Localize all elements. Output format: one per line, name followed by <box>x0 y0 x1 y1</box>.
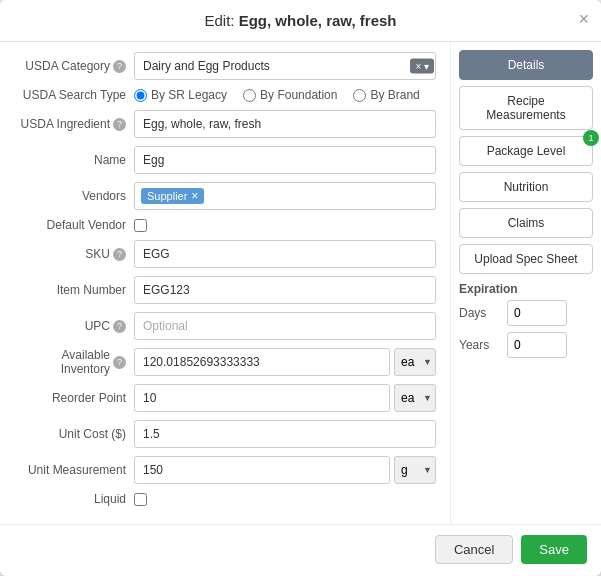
expiration-days-row: Days <box>459 300 593 326</box>
upload-spec-sheet-button[interactable]: Upload Spec Sheet <box>459 244 593 274</box>
claims-btn-wrap: Claims <box>459 208 593 238</box>
default-vendor-label: Default Vendor <box>14 218 134 232</box>
save-button[interactable]: Save <box>521 535 587 564</box>
recipe-measurements-button[interactable]: Recipe Measurements <box>459 86 593 130</box>
reorder-point-input[interactable] <box>134 384 390 412</box>
usda-ingredient-row: USDA Ingredient ? <box>14 110 436 138</box>
default-vendor-row: Default Vendor <box>14 218 436 232</box>
modal-footer: Cancel Save <box>0 524 601 574</box>
reorder-point-group: eagkglbozmlL <box>134 384 436 412</box>
modal-body: USDA Category ? Dairy and Egg Products ×… <box>0 42 601 524</box>
package-level-button[interactable]: Package Level <box>459 136 593 166</box>
available-inventory-unit-select[interactable]: eagkglbozmlL <box>394 348 436 376</box>
radio-by-sr-legacy[interactable]: By SR Legacy <box>134 88 227 102</box>
reorder-point-unit-wrap: eagkglbozmlL <box>394 384 436 412</box>
upc-input[interactable] <box>134 312 436 340</box>
usda-search-type-label: USDA Search Type <box>14 88 134 102</box>
modal-header: Edit: Egg, whole, raw, fresh × <box>0 0 601 42</box>
vendor-tag-remove[interactable]: × <box>191 190 198 202</box>
name-row: Name <box>14 146 436 174</box>
expiration-days-label: Days <box>459 306 499 320</box>
unit-measurement-input[interactable] <box>134 456 390 484</box>
sku-label: SKU ? <box>14 247 134 261</box>
unit-measurement-unit-select[interactable]: gkglbozmlLea <box>394 456 436 484</box>
available-inventory-row: Available Inventory ? eagkglbozmlL <box>14 348 436 376</box>
name-label: Name <box>14 153 134 167</box>
upload-spec-sheet-btn-wrap: Upload Spec Sheet <box>459 244 593 274</box>
package-level-badge: 1 <box>583 130 599 146</box>
unit-measurement-row: Unit Measurement gkglbozmlLea <box>14 456 436 484</box>
package-level-btn-wrap: Package Level 1 <box>459 136 593 166</box>
reorder-point-unit-select[interactable]: eagkglbozmlL <box>394 384 436 412</box>
reorder-point-row: Reorder Point eagkglbozmlL <box>14 384 436 412</box>
edit-modal: Edit: Egg, whole, raw, fresh × USDA Cate… <box>0 0 601 576</box>
sku-row: SKU ? <box>14 240 436 268</box>
item-number-input[interactable] <box>134 276 436 304</box>
nutrition-button[interactable]: Nutrition <box>459 172 593 202</box>
item-number-label: Item Number <box>14 283 134 297</box>
unit-cost-label: Unit Cost ($) <box>14 427 134 441</box>
unit-measurement-unit-wrap: gkglbozmlLea <box>394 456 436 484</box>
liquid-checkbox-field <box>134 493 436 506</box>
radio-by-foundation[interactable]: By Foundation <box>243 88 337 102</box>
unit-cost-row: Unit Cost ($) <box>14 420 436 448</box>
usda-category-help-icon[interactable]: ? <box>113 60 126 73</box>
nutrition-btn-wrap: Nutrition <box>459 172 593 202</box>
close-button[interactable]: × <box>578 10 589 28</box>
expiration-years-input[interactable] <box>507 332 567 358</box>
name-input[interactable] <box>134 146 436 174</box>
unit-measurement-label: Unit Measurement <box>14 463 134 477</box>
available-inventory-label: Available Inventory ? <box>14 348 134 376</box>
available-inventory-unit-wrap: eagkglbozmlL <box>394 348 436 376</box>
upc-row: UPC ? <box>14 312 436 340</box>
expiration-section-label: Expiration <box>459 282 593 296</box>
expiration-days-input[interactable] <box>507 300 567 326</box>
unit-measurement-group: gkglbozmlLea <box>134 456 436 484</box>
claims-button[interactable]: Claims <box>459 208 593 238</box>
vendors-tag-container[interactable]: Supplier × <box>134 182 436 210</box>
liquid-checkbox[interactable] <box>134 493 147 506</box>
details-btn-wrap: Details <box>459 50 593 80</box>
recipe-measurements-btn-wrap: Recipe Measurements <box>459 86 593 130</box>
sku-input[interactable] <box>134 240 436 268</box>
details-button[interactable]: Details <box>459 50 593 80</box>
available-inventory-help-icon[interactable]: ? <box>113 356 126 369</box>
side-panel: Details Recipe Measurements Package Leve… <box>451 42 601 524</box>
usda-category-select-wrapper: Dairy and Egg Products × ▾ <box>134 52 436 80</box>
sku-help-icon[interactable]: ? <box>113 248 126 261</box>
usda-ingredient-label: USDA Ingredient ? <box>14 117 134 131</box>
usda-search-type-radio-group: By SR Legacy By Foundation By Brand <box>134 88 436 102</box>
available-inventory-group: eagkglbozmlL <box>134 348 436 376</box>
usda-category-label: USDA Category ? <box>14 59 134 73</box>
usda-ingredient-input[interactable] <box>134 110 436 138</box>
item-number-row: Item Number <box>14 276 436 304</box>
vendors-label: Vendors <box>14 189 134 203</box>
default-vendor-checkbox-field <box>134 219 436 232</box>
radio-by-brand[interactable]: By Brand <box>353 88 419 102</box>
usda-category-row: USDA Category ? Dairy and Egg Products ×… <box>14 52 436 80</box>
upc-help-icon[interactable]: ? <box>113 320 126 333</box>
unit-cost-input[interactable] <box>134 420 436 448</box>
upc-label: UPC ? <box>14 319 134 333</box>
cancel-button[interactable]: Cancel <box>435 535 513 564</box>
vendor-tag-supplier: Supplier × <box>141 188 204 204</box>
usda-category-select[interactable]: Dairy and Egg Products <box>134 52 436 80</box>
liquid-label: Liquid <box>14 492 134 506</box>
reorder-point-label: Reorder Point <box>14 391 134 405</box>
modal-title: Edit: Egg, whole, raw, fresh <box>16 12 585 29</box>
expiration-years-label: Years <box>459 338 499 352</box>
usda-ingredient-help-icon[interactable]: ? <box>113 118 126 131</box>
usda-search-type-row: USDA Search Type By SR Legacy By Foundat… <box>14 88 436 102</box>
main-panel: USDA Category ? Dairy and Egg Products ×… <box>0 42 451 524</box>
liquid-row: Liquid <box>14 492 436 506</box>
usda-category-clear-button[interactable]: × ▾ <box>410 59 434 74</box>
vendors-row: Vendors Supplier × <box>14 182 436 210</box>
expiration-years-row: Years <box>459 332 593 358</box>
available-inventory-input[interactable] <box>134 348 390 376</box>
default-vendor-checkbox[interactable] <box>134 219 147 232</box>
